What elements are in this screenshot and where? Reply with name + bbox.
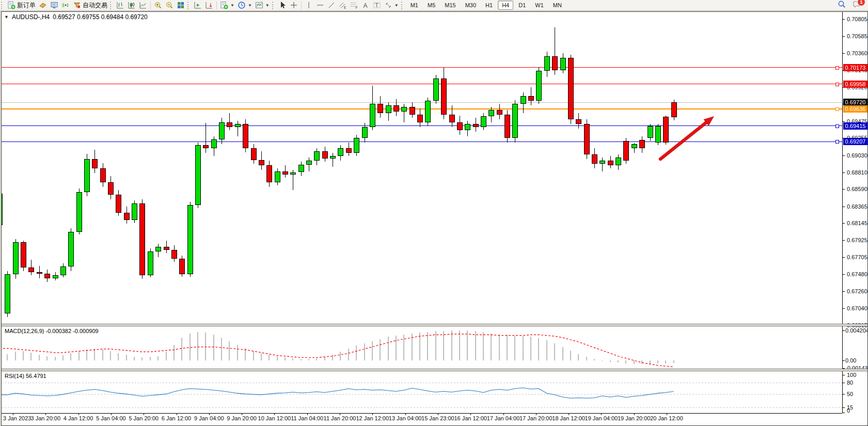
timeframe-button-D1[interactable]: D1 [514,1,530,10]
chart-window[interactable]: ▼ AUDUSD-,H4 0.69527 0.69755 0.69484 0.6… [1,11,868,426]
fibonacci-icon: F [350,1,358,9]
auto-scroll-icon [194,1,202,9]
toolbar-grip[interactable] [272,2,275,9]
horizontal-line-icon [316,1,324,9]
price-axis-tick [842,121,845,122]
trend-arrow[interactable] [634,105,727,169]
candle [497,110,502,115]
line-anchor[interactable] [835,124,839,128]
new-order-button[interactable]: 新订单 [6,1,37,10]
timeframe-button-M15[interactable]: M15 [440,1,460,10]
candlestick-chart-button[interactable] [126,1,137,10]
price-axis-label: 0.68590 [847,186,867,192]
time-axis-label: 9 Jan 20:00 [227,415,257,421]
chart-symbol: AUDUSD-,H4 [12,13,50,21]
svg-text:E: E [344,6,346,9]
tile-windows-button[interactable] [175,1,186,10]
zoom-out-button[interactable] [164,1,175,10]
horizontal-line-tool-button[interactable] [314,1,326,10]
candle [275,171,280,182]
new-chart-button[interactable]: ▼ [218,1,236,10]
macd-histogram-bar [118,353,119,360]
current-price-line[interactable] [2,102,842,103]
timeframe-button-W1[interactable]: W1 [531,1,548,10]
price-axis-label: 0.68145 [847,220,867,226]
new-order-label: 新订单 [17,1,36,10]
horizontal-price-line[interactable] [2,67,842,68]
line-anchor[interactable] [835,66,839,70]
signals-button[interactable] [60,1,71,10]
macd-histogram-bar [427,332,428,360]
arrows-tool-button[interactable]: ▼ [383,1,400,10]
macd-histogram-bar [102,350,103,360]
candle [393,105,399,112]
candle [441,78,447,115]
macd-signal-line [2,326,842,369]
timeframe-button-M30[interactable]: M30 [461,1,480,10]
cursor-tool-button[interactable] [277,1,288,10]
candle [1,194,3,225]
timeframe-button-MN[interactable]: MN [549,1,566,10]
price-axis-tick [842,291,845,292]
macd-histogram-bar [150,357,151,360]
rsi-label: RSI(14) 56.4791 [5,373,46,379]
macd-histogram-bar [94,349,95,360]
chart-shift-button[interactable] [203,1,215,10]
toolbar-grip[interactable] [110,2,113,9]
candle [21,242,26,267]
timeframe-button-H1[interactable]: H1 [481,1,497,10]
timeframe-button-M5[interactable]: M5 [423,1,439,10]
bar-chart-button[interactable] [115,1,126,10]
fibonacci-tool-button[interactable]: F [349,1,360,10]
crosshair-tool-button[interactable] [288,1,299,10]
line-anchor[interactable] [835,140,839,144]
collapse-icon[interactable]: ▼ [4,14,9,20]
vertical-line-tool-button[interactable] [303,1,314,10]
macd-histogram-bar [86,350,87,360]
timeframe-button-M1[interactable]: M1 [406,1,422,10]
price-axis-tick [842,274,845,275]
periods-button[interactable]: ▼ [236,1,254,10]
toolbar-grip[interactable] [401,2,404,9]
text-label-tool-button[interactable]: T [371,1,383,10]
timeframe-button-H4[interactable]: H4 [498,1,513,10]
tile-windows-icon [177,1,185,9]
rsi-axis-tick [842,375,845,375]
macd-histogram-bar [141,357,143,360]
macd-histogram-bar [190,334,191,360]
zoom-in-button[interactable] [152,1,164,10]
chevron-down-icon: ▼ [394,3,399,8]
notifications-button[interactable]: 1 [853,0,862,10]
macd-histogram-bar [253,351,254,360]
toolbar-grip[interactable] [187,2,190,9]
macd-histogram-bar [237,345,238,360]
search-icon[interactable] [838,0,846,10]
metaeditor-button[interactable] [49,1,60,10]
macd-histogram-bar [562,347,563,360]
line-anchor[interactable] [835,83,839,86]
trendline-tool-button[interactable] [326,1,337,10]
toolbar-grip[interactable] [1,2,4,9]
chart-ohlc: 0.69527 0.69755 0.69484 0.69720 [53,13,148,21]
crosshair-icon [290,1,298,9]
text-tool-button[interactable]: A [360,1,371,10]
equidistant-channel-tool-button[interactable]: E [337,1,349,10]
chart-shift-icon [205,1,213,9]
auto-trading-button[interactable]: 自动交易 [71,1,109,10]
horizontal-price-line[interactable] [2,84,842,84]
price-axis-label: 0.69030 [847,152,867,159]
candle [552,56,558,70]
candle [92,159,98,168]
candle [560,58,566,70]
templates-button[interactable]: ▼ [254,1,271,10]
pane-splitter[interactable] [2,369,867,371]
macd-histogram-bar [157,356,159,360]
price-axis-tick [842,240,845,241]
package-button[interactable] [37,1,49,10]
line-anchor[interactable] [835,107,839,111]
line-chart-button[interactable] [137,1,149,10]
macd-histogram-bar [245,349,246,360]
price-axis-label: 0.67260 [847,288,867,294]
auto-scroll-button[interactable] [192,1,203,10]
pane-splitter[interactable] [2,324,867,326]
